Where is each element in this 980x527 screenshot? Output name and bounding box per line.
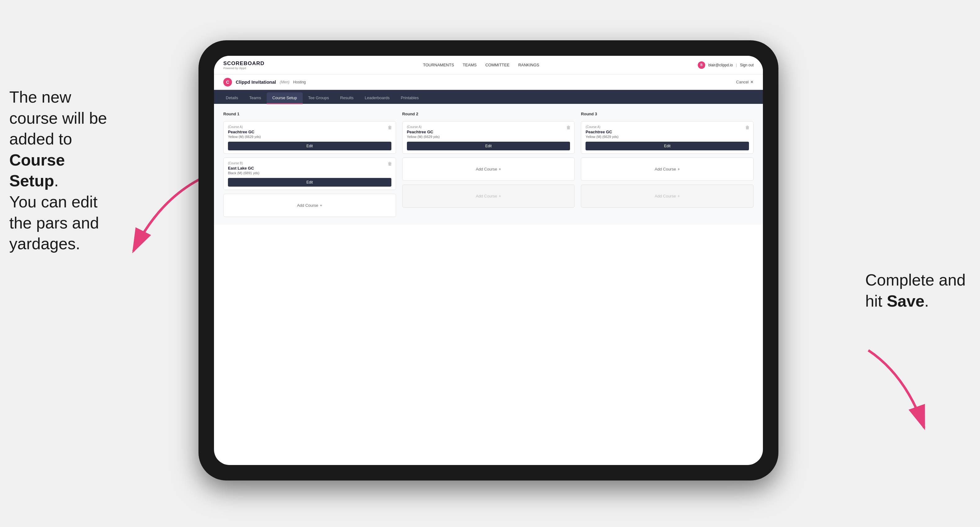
round-3-course-a-card: 🗑 (Course A) Peachtree GC Yellow (M) (66… (581, 121, 754, 154)
round-1-course-a-badge: (Course A) (228, 125, 391, 129)
round-3-add-course-button[interactable]: Add Course + (581, 157, 754, 181)
round-1-course-b-details: Black (M) (6891 yds) (228, 171, 391, 175)
annotation-left: The new course will be added to Course S… (9, 87, 115, 254)
annotation-right-save: Save (887, 292, 924, 310)
user-email[interactable]: blair@clippd.io (708, 63, 733, 67)
round-2-course-a-badge: (Course A) (407, 125, 570, 129)
tab-tee-groups[interactable]: Tee Groups (303, 92, 335, 104)
round-2-course-a-delete-icon[interactable]: 🗑 (566, 125, 571, 130)
tournament-logo: C (223, 78, 232, 86)
round-1-course-b-edit-button[interactable]: Edit (228, 178, 391, 187)
tournament-bar: C Clippd Invitational (Men) Hosting Canc… (214, 75, 763, 90)
annotation-right-line1: Complete and (865, 271, 966, 289)
round-1-course-b-card: 🗑 (Course B) East Lake GC Black (M) (689… (223, 157, 396, 190)
tablet-screen: SCOREBOARD Powered by clippd TOURNAMENTS… (214, 56, 763, 465)
tab-details[interactable]: Details (220, 92, 244, 104)
annotation-left-line1: The new (9, 88, 71, 106)
tournament-name: Clippd Invitational (236, 79, 276, 85)
tab-results[interactable]: Results (335, 92, 359, 104)
round-1-course-a-details: Yellow (M) (6629 yds) (228, 135, 391, 138)
cancel-button[interactable]: Cancel ✕ (736, 80, 754, 84)
round-2-add-course-disabled: Add Course + (402, 184, 575, 208)
annotation-left-period: . (54, 172, 58, 190)
round-3-course-a-badge: (Course A) (585, 125, 749, 129)
round-3-add-course-label: Add Course (655, 167, 676, 171)
round-3-add-course-plus-icon: + (678, 167, 680, 171)
round-1-course-a-edit-button[interactable]: Edit (228, 142, 391, 150)
round-2-add-course-label: Add Course (476, 167, 497, 171)
annotation-left-line2: course will be (9, 109, 107, 127)
annotation-right-line2: hit (865, 292, 887, 310)
round-3-add-course-disabled: Add Course + (581, 184, 754, 208)
annotation-right: Complete and hit Save. (865, 270, 971, 311)
tab-printables[interactable]: Printables (395, 92, 424, 104)
round-1-add-course-button[interactable]: Add Course + (223, 194, 396, 217)
round-2-course-a-card: 🗑 (Course A) Peachtree GC Yellow (M) (66… (402, 121, 575, 154)
round-2-add-course-button[interactable]: Add Course + (402, 157, 575, 181)
nav-links[interactable]: TOURNAMENTS TEAMS COMMITTEE RANKINGS (423, 63, 539, 67)
round-2-add-course-disabled-plus-icon: + (499, 194, 501, 198)
round-2-column: Round 2 🗑 (Course A) Peachtree GC Yellow… (402, 112, 575, 217)
nav-teams[interactable]: TEAMS (463, 63, 477, 67)
nav-committee[interactable]: COMMITTEE (485, 63, 509, 67)
tablet-device: SCOREBOARD Powered by clippd TOURNAMENTS… (199, 40, 778, 481)
top-nav: SCOREBOARD Powered by clippd TOURNAMENTS… (214, 56, 763, 75)
round-2-course-a-edit-button[interactable]: Edit (407, 142, 570, 150)
nav-rankings[interactable]: RANKINGS (518, 63, 539, 67)
round-3-title: Round 3 (581, 112, 754, 116)
round-1-add-course-label: Add Course (297, 203, 318, 208)
nav-tournaments[interactable]: TOURNAMENTS (423, 63, 454, 67)
annotation-left-line3: added to (9, 130, 72, 148)
round-2-course-a-name: Peachtree GC (407, 130, 570, 134)
round-1-column: Round 1 🗑 (Course A) Peachtree GC Yellow… (223, 112, 396, 217)
tab-course-setup[interactable]: Course Setup (267, 92, 303, 104)
round-1-title: Round 1 (223, 112, 396, 116)
nav-right: B blair@clippd.io | Sign out (698, 61, 754, 69)
round-2-course-a-details: Yellow (M) (6629 yds) (407, 135, 570, 138)
main-content: Round 1 🗑 (Course A) Peachtree GC Yellow… (214, 104, 763, 225)
round-3-add-course-disabled-label: Add Course (655, 194, 676, 198)
annotation-left-line8: yardages. (9, 235, 80, 252)
round-1-course-b-badge: (Course B) (228, 162, 391, 165)
round-3-course-a-edit-button[interactable]: Edit (585, 142, 749, 150)
avatar: B (698, 61, 705, 69)
annotation-left-line6: You can edit (9, 193, 97, 211)
tab-bar[interactable]: Details Teams Course Setup Tee Groups Re… (214, 90, 763, 104)
round-3-course-a-details: Yellow (M) (6629 yds) (585, 135, 749, 138)
round-3-course-a-delete-icon[interactable]: 🗑 (745, 125, 750, 130)
annotation-right-period: . (924, 292, 929, 310)
cancel-icon: ✕ (750, 80, 754, 84)
rounds-grid: Round 1 🗑 (Course A) Peachtree GC Yellow… (223, 112, 754, 217)
round-1-add-course-plus-icon: + (320, 203, 322, 208)
tab-teams[interactable]: Teams (244, 92, 267, 104)
scoreboard-logo-text: SCOREBOARD (223, 60, 264, 67)
round-3-course-a-name: Peachtree GC (585, 130, 749, 134)
round-1-course-a-delete-icon[interactable]: 🗑 (387, 125, 393, 130)
round-2-title: Round 2 (402, 112, 575, 116)
annotation-left-line7: the pars and (9, 214, 99, 232)
round-1-course-b-name: East Lake GC (228, 166, 391, 170)
cancel-label: Cancel (736, 80, 749, 84)
round-3-column: Round 3 🗑 (Course A) Peachtree GC Yellow… (581, 112, 754, 217)
logo-sub-text: Powered by clippd (223, 67, 264, 70)
tournament-gender: (Men) (280, 80, 290, 84)
arrow-right-icon (843, 338, 949, 443)
round-2-add-course-plus-icon: + (499, 167, 501, 171)
round-1-course-b-delete-icon[interactable]: 🗑 (387, 161, 393, 167)
nav-separator: | (736, 63, 737, 67)
tournament-status: Hosting (293, 80, 306, 84)
round-2-add-course-disabled-label: Add Course (476, 194, 497, 198)
nav-logo: SCOREBOARD Powered by clippd (223, 60, 264, 70)
tournament-title-row: C Clippd Invitational (Men) Hosting (223, 78, 306, 86)
sign-out-link[interactable]: Sign out (740, 63, 754, 67)
tab-leaderboards[interactable]: Leaderboards (359, 92, 395, 104)
round-3-add-course-disabled-plus-icon: + (678, 194, 680, 198)
round-1-course-a-card: 🗑 (Course A) Peachtree GC Yellow (M) (66… (223, 121, 396, 154)
round-1-course-a-name: Peachtree GC (228, 130, 391, 134)
